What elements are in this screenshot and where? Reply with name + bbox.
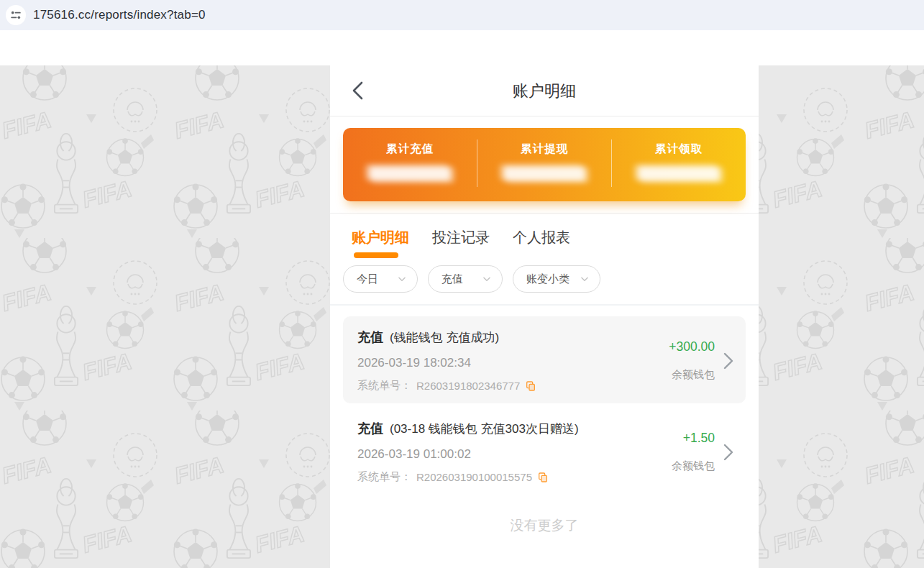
copy-order-button[interactable] xyxy=(525,380,536,392)
stat-label: 累计领取 xyxy=(655,142,703,157)
copy-order-button[interactable] xyxy=(537,472,549,483)
chevron-down-icon xyxy=(482,274,492,284)
transaction-amount: +300.00 xyxy=(669,339,715,354)
url-text[interactable]: 175616.cc/reports/index?tab=0 xyxy=(33,8,206,22)
browser-address-bar[interactable]: 175616.cc/reports/index?tab=0 xyxy=(0,0,924,30)
transaction-datetime: 2026-03-19 18:02:34 xyxy=(357,356,669,370)
tab-bet-records[interactable]: 投注记录 xyxy=(432,228,490,247)
transaction-info: 充值 (钱能钱包 充值成功) 2026-03-19 18:02:34 系统单号：… xyxy=(357,329,669,393)
order-number: R2603191802346777 xyxy=(416,380,520,392)
transaction-list: 充值 (钱能钱包 充值成功) 2026-03-19 18:02:34 系统单号：… xyxy=(330,304,759,535)
chevron-down-icon xyxy=(580,274,590,284)
chevron-right-icon xyxy=(723,444,734,461)
app-panel: 账户明细 累计充值 累计提现 累计领取 账户明 xyxy=(330,65,759,568)
tabs-row: 账户明细 投注记录 个人报表 xyxy=(330,214,759,261)
transaction-wallet: 余额钱包 xyxy=(672,459,715,473)
copy-icon xyxy=(537,472,549,483)
stat-total-deposit: 累计充值 xyxy=(343,128,477,201)
masked-value-blur xyxy=(639,166,719,181)
page-title: 账户明细 xyxy=(330,65,759,116)
masked-value-blur xyxy=(370,166,450,181)
filter-type-dropdown[interactable]: 充值 xyxy=(428,265,503,293)
chevron-left-icon xyxy=(352,81,364,100)
stats-card: 累计充值 累计提现 累计领取 xyxy=(343,128,746,201)
transaction-amount: +1.50 xyxy=(672,431,715,446)
transaction-desc: (03-18 钱能钱包 充值303次日赠送) xyxy=(390,421,579,437)
stat-total-withdraw: 累计提现 xyxy=(477,128,611,201)
transaction-type: 充值 xyxy=(357,420,383,437)
masked-value-blur xyxy=(504,166,585,181)
transaction-datetime: 2026-03-19 01:00:02 xyxy=(357,447,672,462)
transaction-wallet: 余额钱包 xyxy=(669,368,715,382)
transaction-info: 充值 (03-18 钱能钱包 充值303次日赠送) 2026-03-19 01:… xyxy=(357,420,672,484)
stat-label: 累计提现 xyxy=(521,142,568,157)
filter-value: 今日 xyxy=(357,272,378,286)
tab-account-detail[interactable]: 账户明细 xyxy=(352,228,409,247)
transaction-row[interactable]: 充值 (03-18 钱能钱包 充值303次日赠送) 2026-03-19 01:… xyxy=(343,408,746,495)
page-stage: FIFA xyxy=(0,65,924,568)
stats-section: 累计充值 累计提现 累计领取 xyxy=(330,116,759,214)
order-number: R202603190100015575 xyxy=(416,471,532,483)
transaction-desc: (钱能钱包 充值成功) xyxy=(390,329,499,346)
chevron-right-icon xyxy=(723,352,734,370)
tab-personal-report[interactable]: 个人报表 xyxy=(513,228,570,247)
filter-subtype-dropdown[interactable]: 账变小类 xyxy=(513,265,600,293)
filter-value: 账变小类 xyxy=(526,272,570,286)
transaction-type: 充值 xyxy=(357,329,383,346)
stat-total-claimed: 累计领取 xyxy=(612,128,746,201)
chevron-down-icon xyxy=(397,274,407,284)
no-more-text: 没有更多了 xyxy=(343,495,746,535)
order-label: 系统单号： xyxy=(357,379,411,393)
order-label: 系统单号： xyxy=(357,470,411,484)
page-top-spacer xyxy=(0,30,924,65)
stat-label: 累计充值 xyxy=(386,142,434,157)
filter-value: 充值 xyxy=(442,272,463,286)
back-button[interactable] xyxy=(347,80,367,101)
filter-date-dropdown[interactable]: 今日 xyxy=(343,265,418,293)
transaction-right: +1.50 余额钱包 xyxy=(672,420,734,484)
app-header: 账户明细 xyxy=(330,65,759,116)
filters-row: 今日 充值 账变小类 xyxy=(330,261,759,304)
site-settings-icon[interactable] xyxy=(6,5,26,25)
copy-icon xyxy=(525,380,536,392)
transaction-row[interactable]: 充值 (钱能钱包 充值成功) 2026-03-19 18:02:34 系统单号：… xyxy=(343,316,746,403)
transaction-right: +300.00 余额钱包 xyxy=(669,329,734,393)
